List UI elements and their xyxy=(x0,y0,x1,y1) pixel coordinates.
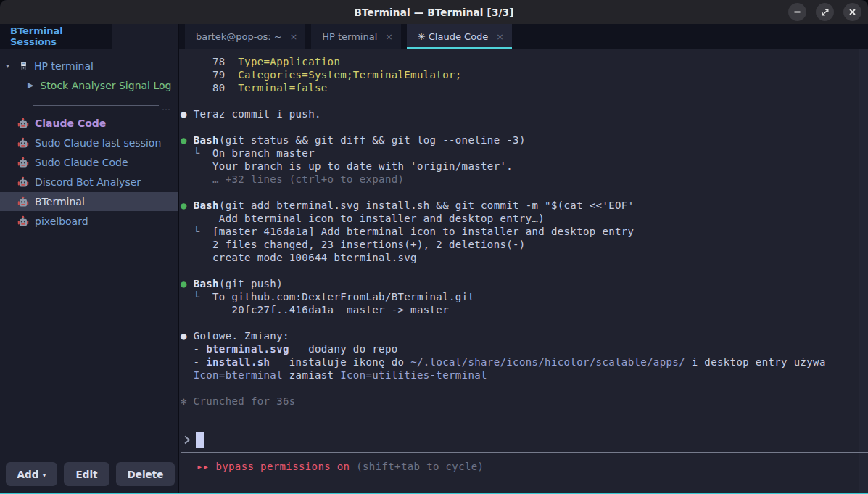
sidebar-buttons: Add ▾ Edit Delete xyxy=(0,462,178,493)
terminal-line: 80 Terminal=false xyxy=(181,81,858,94)
tab-hp-terminal[interactable]: HP terminal × xyxy=(311,24,401,49)
terminal-line xyxy=(181,316,858,329)
app-window: BTerminal — BTerminal [3/3] xyxy=(0,0,868,494)
divider-line xyxy=(33,105,159,106)
session-item-bterminal[interactable]: BTerminal xyxy=(0,192,178,211)
terminal-line: ● Gotowe. Zmiany: xyxy=(181,329,858,342)
add-button[interactable]: Add ▾ xyxy=(6,462,57,486)
session-item-sudo-claude-code[interactable]: Sudo Claude Code xyxy=(0,152,178,172)
session-item-claude-code[interactable]: Claude Code xyxy=(0,113,178,133)
terminal-line: create mode 100644 bterminal.svg xyxy=(181,251,858,264)
close-icon[interactable]: × xyxy=(290,31,297,42)
permissions-status-line: ▸▸ bypass permissions on (shift+tab to c… xyxy=(181,453,858,473)
sidebar-title: BTerminal Sessions xyxy=(10,25,112,47)
session-item-sudo-claude-last-session[interactable]: Sudo Claude last session xyxy=(0,133,178,152)
terminal-line: 20fc27f..416da1a master -> master xyxy=(181,303,858,316)
terminal-line xyxy=(181,94,858,107)
ellipsis-label: … xyxy=(162,102,170,112)
tree-child-label: Stock Analyser Signal Log xyxy=(40,80,171,91)
terminal-output: 78 Type=Application 79 Categories=System… xyxy=(181,55,858,408)
play-icon: ▶ xyxy=(28,81,33,90)
terminal-line: ● Bash(git status && git diff && git log… xyxy=(181,133,858,147)
tab-claude-code[interactable]: ✳ Claude Code × xyxy=(407,24,512,49)
double-arrow-icon: ▸▸ xyxy=(197,461,215,472)
terminal-line: Icon=bterminal zamiast Icon=utilities-te… xyxy=(181,369,858,382)
terminal-line: - install.sh — instaluje ikonę do ~/.loc… xyxy=(181,355,858,369)
terminal-line xyxy=(181,186,858,199)
robot-icon xyxy=(17,196,29,207)
delete-button[interactable]: Delete xyxy=(116,462,175,486)
terminal-line xyxy=(181,382,858,395)
chevron-down-icon: ▾ xyxy=(42,471,46,479)
window-title: BTerminal — BTerminal [3/3] xyxy=(354,7,513,18)
terminal-line: ● Bash(git push) xyxy=(181,277,858,290)
robot-icon xyxy=(17,215,29,227)
robot-icon xyxy=(17,118,29,129)
terminal-line: ✻ Crunched for 36s xyxy=(181,395,858,408)
terminal-line: └ To github.com:DexterFromLab/BTerminal.… xyxy=(181,290,858,303)
minimize-icon xyxy=(793,8,801,16)
terminal-line: 79 Categories=System;TerminalEmulator; xyxy=(181,68,858,81)
sessions-sidebar: BTerminal Sessions ▾ HP terminal xyxy=(0,24,179,493)
prompt-input[interactable] xyxy=(181,427,868,453)
robot-icon xyxy=(17,137,29,149)
close-icon xyxy=(848,8,856,16)
terminal-line: - bterminal.svg — dodany do repo xyxy=(181,342,858,355)
maximize-button[interactable] xyxy=(816,3,834,21)
sidebar-header-tab[interactable]: BTerminal Sessions xyxy=(0,24,112,49)
tree-item-hp-terminal[interactable]: ▾ HP terminal xyxy=(0,56,178,75)
tab-bar: bartek@pop-os: ~ × HP terminal × ✳ Claud… xyxy=(179,24,868,49)
terminal-line: └ On branch master xyxy=(181,147,858,160)
terminal-line: Add bterminal icon to installer and desk… xyxy=(181,212,858,225)
close-button[interactable] xyxy=(843,3,861,21)
title-bar[interactable]: BTerminal — BTerminal [3/3] xyxy=(0,0,868,24)
terminal-line: 2 files changed, 23 insertions(+), 2 del… xyxy=(181,238,858,251)
terminal-screen[interactable]: 78 Type=Application 79 Categories=System… xyxy=(179,49,868,493)
terminal-line: … +32 lines (ctrl+o to expand) xyxy=(181,173,858,186)
terminal-line: └ [master 416da1a] Add bterminal icon to… xyxy=(181,225,858,238)
session-tree: ▾ HP terminal ▶ Stock Analyser Signal Lo… xyxy=(0,49,178,110)
session-list: Claude Code Sudo Claude last session Sud… xyxy=(0,113,178,231)
prompt-chevron-icon xyxy=(183,435,191,445)
terminal-line: Your branch is up to date with 'origin/m… xyxy=(181,160,858,173)
terminal-line: ● Teraz commit i push. xyxy=(181,107,858,120)
terminal-line: ● Bash(git add bterminal.svg install.sh … xyxy=(181,199,858,212)
sidebar-divider: … xyxy=(33,102,170,109)
text-cursor xyxy=(196,432,204,448)
computer-tower-icon xyxy=(18,60,29,72)
tab-bartek-pop-os[interactable]: bartek@pop-os: ~ × xyxy=(185,24,305,49)
terminal-pane: bartek@pop-os: ~ × HP terminal × ✳ Claud… xyxy=(179,24,868,493)
chevron-down-icon[interactable]: ▾ xyxy=(6,62,13,70)
window-controls xyxy=(788,3,861,21)
robot-icon xyxy=(17,176,29,188)
robot-icon xyxy=(17,157,29,168)
tree-item-stock-analyser-signal-log[interactable]: ▶ Stock Analyser Signal Log xyxy=(0,75,178,95)
permission-mode-label: bypass permissions on xyxy=(215,461,350,472)
terminal-line: 78 Type=Application xyxy=(181,55,858,68)
terminal-line xyxy=(181,264,858,277)
terminal-line xyxy=(181,120,858,133)
close-icon[interactable]: × xyxy=(385,31,392,42)
session-item-pixelboard[interactable]: pixelboard xyxy=(0,211,178,231)
tree-host-label: HP terminal xyxy=(34,60,94,72)
sidebar-header: BTerminal Sessions xyxy=(0,24,178,49)
permission-hint-label: (shift+tab to cycle) xyxy=(350,461,484,472)
spinner-asterisk-icon: ✳ xyxy=(418,31,429,42)
maximize-icon xyxy=(821,8,830,17)
session-item-discord-bot-analyser[interactable]: Discord Bot Analyser xyxy=(0,172,178,192)
close-icon[interactable]: × xyxy=(496,31,503,42)
sidebar-spacer xyxy=(0,231,178,462)
minimize-button[interactable] xyxy=(788,3,806,21)
edit-button[interactable]: Edit xyxy=(64,462,109,486)
